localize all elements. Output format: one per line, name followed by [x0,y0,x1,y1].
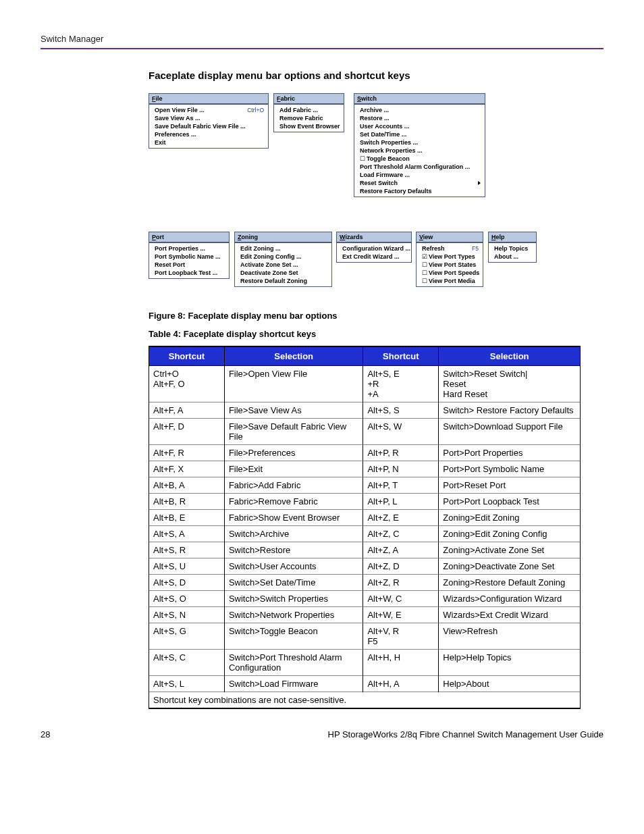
menu-item[interactable]: Set Date/Time ... [354,130,485,138]
table-row: Alt+F, XFile>ExitAlt+P, NPort>Port Symbo… [149,461,581,477]
table-cell: Alt+P, N [363,461,439,477]
menu-item[interactable]: ☐View Port Speeds [417,269,483,277]
menu-panel-view: RefreshF5☑View Port Types☐View Port Stat… [416,242,483,287]
table-cell: Alt+S, N [149,607,225,623]
menu-item[interactable]: ☐Toggle Beacon [354,155,485,163]
table-cell: Alt+V, R F5 [363,623,439,650]
menu-item[interactable]: ☐View Port Media [417,277,483,285]
table-note: Shortcut key combinations are not case-s… [149,692,581,709]
menu-header-port[interactable]: Port [149,232,230,242]
shortcut-table: Shortcut Selection Shortcut Selection Ct… [149,346,581,709]
running-header: Switch Manager [41,34,603,49]
menu-item[interactable]: Switch Properties ... [354,138,485,147]
th-selection-1: Selection [224,346,363,366]
menu-header-help[interactable]: Help [488,232,537,242]
table-row: Alt+B, EFabric>Show Event BrowserAlt+Z, … [149,510,581,526]
menu-item[interactable]: Show Event Browser [274,122,344,130]
table-cell: Wizards>Configuration Wizard [439,591,581,607]
menu-item[interactable]: Save View As ... [149,114,268,122]
table-cell: Zoning>Edit Zoning Config [439,526,581,542]
menu-item[interactable]: Open View File ...Ctrl+O [149,106,268,114]
menu-header-file[interactable]: File [149,93,269,104]
menu-panel-fabric: Add Fabric ...Remove FabricShow Event Br… [273,104,344,132]
menu-item[interactable]: Port Properties ... [149,244,229,253]
th-shortcut-1: Shortcut [149,346,225,366]
menu-header-zoning[interactable]: Zoning [234,232,332,242]
table-cell: Switch>Set Date/Time [224,575,363,591]
table-cell: Alt+F, X [149,461,225,477]
menu-item[interactable]: Edit Zoning Config ... [235,253,331,261]
table-cell: Zoning>Deactivate Zone Set [439,558,581,575]
menu-item[interactable]: Port Threshold Alarm Configuration ... [354,163,485,171]
menu-item[interactable]: Edit Zoning ... [235,244,331,253]
table-cell: Alt+H, A [363,676,439,692]
table-cell: Port>Port Properties [439,445,581,461]
menu-item[interactable]: Remove Fabric [274,114,344,122]
menu-item[interactable]: Restore Default Zoning [235,277,331,285]
table-cell: Alt+S, R [149,542,225,558]
menu-item[interactable]: RefreshF5 [417,244,483,253]
table-row: Alt+B, AFabric>Add FabricAlt+P, TPort>Re… [149,477,581,494]
menu-screenshot: File Open View File ...Ctrl+OSave View A… [149,93,581,303]
menu-item[interactable]: Ext Credit Wizard ... [337,253,411,261]
table-cell: Port>Reset Port [439,477,581,494]
menu-item[interactable]: Reset Switch [354,179,485,187]
table-row: Alt+F, AFile>Save View AsAlt+S, SSwitch>… [149,402,581,419]
table-cell: Wizards>Ext Credit Wizard [439,607,581,623]
menu-item[interactable]: Port Loopback Test ... [149,269,229,277]
menu-item[interactable]: Load Firmware ... [354,171,485,179]
table-row: Alt+S, DSwitch>Set Date/TimeAlt+Z, RZoni… [149,575,581,591]
table-cell: Alt+P, L [363,494,439,510]
menu-panel-port: Port Properties ...Port Symbolic Name ..… [149,242,230,279]
menu-item[interactable]: About ... [489,253,536,261]
section-title: Faceplate display menu bar options and s… [149,70,581,81]
table-cell: Switch>User Accounts [224,558,363,575]
menu-item[interactable]: ☑View Port Types [417,253,483,261]
menu-header-view[interactable]: View [416,232,483,242]
table-cell: Switch>Restore [224,542,363,558]
table-row: Alt+S, RSwitch>RestoreAlt+Z, AZoning>Act… [149,542,581,558]
table-cell: Alt+S, A [149,526,225,542]
table-cell: Alt+S, S [363,402,439,419]
menu-item[interactable]: Archive ... [354,106,485,114]
table-row: Ctrl+O Alt+F, OFile>Open View FileAlt+S,… [149,366,581,402]
menu-item[interactable]: Port Symbolic Name ... [149,253,229,261]
table-cell: Switch>Reset Switch| Reset Hard Reset [439,366,581,402]
table-row: Alt+S, GSwitch>Toggle BeaconAlt+V, R F5V… [149,623,581,650]
menu-item[interactable]: Preferences ... [149,130,268,138]
table-cell: Alt+F, A [149,402,225,419]
menu-item[interactable]: Save Default Fabric View File ... [149,122,268,130]
menu-item[interactable]: User Accounts ... [354,122,485,130]
menu-item[interactable]: Configuration Wizard ... [337,244,411,253]
table-cell: Alt+H, H [363,650,439,676]
th-shortcut-2: Shortcut [363,346,439,366]
th-selection-2: Selection [439,346,581,366]
menu-header-fabric[interactable]: Fabric [273,93,344,104]
table-cell: Alt+F, R [149,445,225,461]
table-cell: Switch>Network Properties [224,607,363,623]
menu-header-switch[interactable]: Switch [354,93,485,104]
menu-item[interactable]: Help Topics [489,244,536,253]
table-cell: Alt+W, E [363,607,439,623]
menu-item[interactable]: Exit [149,138,268,147]
table-cell: Alt+W, C [363,591,439,607]
table-cell: View>Refresh [439,623,581,650]
menu-item[interactable]: Add Fabric ... [274,106,344,114]
table-row: Alt+B, RFabric>Remove FabricAlt+P, LPort… [149,494,581,510]
menu-header-wizards[interactable]: Wizards [336,232,412,242]
menu-item[interactable]: Restore ... [354,114,485,122]
table-cell: Zoning>Edit Zoning [439,510,581,526]
menu-item[interactable]: Reset Port [149,261,229,269]
table-cell: Ctrl+O Alt+F, O [149,366,225,402]
table-cell: File>Save View As [224,402,363,419]
menu-item[interactable]: Restore Factory Defaults [354,187,485,195]
checkbox-icon: ☐ [422,278,429,284]
menu-item[interactable]: Deactivate Zone Set [235,269,331,277]
checkbox-icon: ☐ [360,155,367,162]
figure-caption: Figure 8: Faceplate display menu bar opt… [149,311,581,321]
menu-panel-help: Help TopicsAbout ... [488,242,537,263]
menu-item[interactable]: Activate Zone Set ... [235,261,331,269]
menu-item[interactable]: ☐View Port States [417,261,483,269]
menu-item[interactable]: Network Properties ... [354,147,485,155]
table-caption: Table 4: Faceplate display shortcut keys [149,329,581,339]
